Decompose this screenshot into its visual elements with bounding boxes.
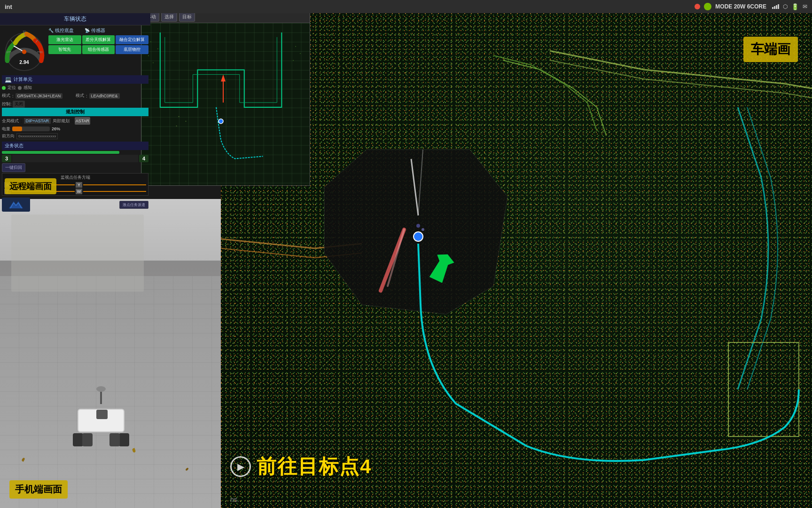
mode-label-2: 模式 [76,93,84,99]
play-button[interactable]: ▶ [230,456,251,477]
destination-text: 前往目标点4 [257,453,372,480]
battery-label: 电量 [2,126,10,132]
vehicle-label: 车端画 [743,37,798,62]
top-bar-right: MODE 20W 6CORE ⬡ 🔋 ✉ [695,3,807,10]
robot-vehicle [73,404,129,446]
bottom-note: ns. [230,496,239,503]
perception-label: 感知 [23,85,32,91]
direction-value: 0xxxxxxxxxxxxxxxxxxx [16,133,58,139]
remote-label: 远程端画面 [5,178,56,194]
svg-point-17 [293,60,294,61]
wp-w-field: W [76,189,146,194]
robot-wheel-rear-right [109,433,120,446]
int-label: int [5,3,12,10]
reset-btn[interactable]: 一键归回 [2,163,25,172]
business-label: 业务状态 [5,143,23,149]
rviz-content [141,23,310,185]
sensor-diff-btn[interactable]: 差分天线解算 [82,35,115,44]
direction-label: 前方向 [2,133,15,139]
mission-spacer [12,155,138,162]
robot-wheel-front-left [73,433,83,446]
planning-mode-label: 全局模式 [2,118,19,124]
compute-status-row: 定位 感知 [2,85,148,91]
robot-main-body [78,409,125,432]
svg-point-16 [300,53,301,54]
local-plan-label: 局部规划 [53,118,70,124]
localization-label: 定位 [8,85,16,91]
compute-icon: 💻 [5,76,12,83]
control-label: 控制: [2,101,12,107]
localization-mode-value: GRSv4TX-JK34+LEAN [16,93,63,99]
svg-point-12 [157,48,158,49]
wp-y-value [83,184,146,185]
logo-svg [7,199,25,211]
rviz-tool-select[interactable]: 选择 [161,12,177,22]
robot-wheel-rear-left [82,433,93,446]
battery-value: 26% [52,127,60,131]
outdoor-scene [0,199,221,508]
company-logo [2,198,30,212]
destination-overlay: ▶ 前往目标点4 [230,453,372,480]
localization-status-dot [2,86,6,90]
compute-section: 💻 计算单元 定位 感知 模式: GRSv4TX-JK34+LEAN 模式: L… [0,75,150,108]
control-right-panel: 🔧 线控底盘 📡 传感器 激光雷达 差分天线解算 融合定位解算 智驾先 组合传感… [48,27,148,72]
control-mode-value: 关闭 [13,101,25,108]
mission-num-right: 4 [139,155,148,162]
sensor-combined-btn[interactable]: 组合传感器 [82,45,115,54]
sensor-base-btn[interactable]: 底层物控 [116,45,148,54]
planning-mode-value: DIP+ASTAR [24,118,51,124]
red-indicator [695,4,700,9]
wp-w-value [83,191,146,192]
control-top-row: 2.94 10 0 20 🔧 线控底盘 📡 [0,25,150,74]
speedometer: 2.94 10 0 20 [2,27,47,72]
battery-row: 电量 26% [2,126,148,132]
svg-text:2.94: 2.94 [19,60,29,65]
battery-direction-row: 电量 26% 前方向 0xxxxxxxxxxxxxxxxxxx [0,126,150,140]
reset-row: 一键归回 [0,163,150,173]
control-mode-row: 控制: 关闭 [2,101,148,108]
svg-text:0: 0 [7,51,8,54]
compute-mode-grid: 模式: GRSv4TX-JK34+LEAN 模式: LEAdhC0RE& [2,92,148,100]
local-plan-astar-btn[interactable]: ASTAR [75,117,90,125]
business-section: 业务状态 3 4 [0,142,150,162]
rviz-tool-goal[interactable]: 目标 [179,12,195,22]
top-bar-left-text: int [5,3,12,10]
svg-point-5 [416,224,420,228]
speedometer-svg: 2.94 10 0 20 [2,27,47,72]
robot-sensor [96,410,108,419]
business-section-header: 业务状态 [2,142,148,150]
svg-point-18 [179,116,180,117]
svg-point-11 [150,41,151,42]
camera-label: 手机端画面 [9,480,68,499]
mission-progress-bar [2,151,119,154]
sensor-smart-btn[interactable]: 智驾先 [48,45,81,54]
task-dispatch-btn[interactable]: 激点任务派遣 [119,201,148,209]
perception-status-dot [18,86,22,90]
planning-section-header: 规划控制 [2,108,148,116]
wifi-icon [772,4,779,9]
battery-progress-inner [12,127,22,131]
camera-feed: 手机端画面 [0,199,221,508]
control-panel-title: 车辆状态 [0,13,150,25]
email-icon: ✉ [803,3,807,10]
battery-progress-outer [12,127,50,131]
svg-rect-2 [597,51,738,107]
pavement-texture [0,276,221,508]
direction-row: 前方向 0xxxxxxxxxxxxxxxxxxx [2,133,148,139]
sensor-fusion-btn[interactable]: 融合定位解算 [116,35,148,44]
battery-icon: 🔋 [791,3,799,10]
sensor-buttons-row2: 智驾先 组合传感器 底层物控 [48,45,148,54]
mode-text: MODE 20W 6CORE [715,3,766,10]
mode-label-1: 模式 [2,93,10,99]
sensor-lidar-btn[interactable]: 激光雷达 [48,35,81,44]
planning-section-container: 规划控制 全局模式: DIP+ASTAR 局部规划: ASTAR [0,108,150,125]
rviz-window: rviz2 移动 选择 目标 [141,0,310,186]
wp-y-label: Y [76,182,82,188]
robot-wheel-front-right [119,433,129,446]
svg-point-6 [422,228,424,231]
bluetooth-icon: ⬡ [783,3,788,10]
control-title-text: 车辆状态 [64,16,86,22]
vehicle-position [414,232,423,241]
svg-rect-7 [141,23,310,185]
task-bottom-row: 激点任务派遣 [0,197,150,213]
